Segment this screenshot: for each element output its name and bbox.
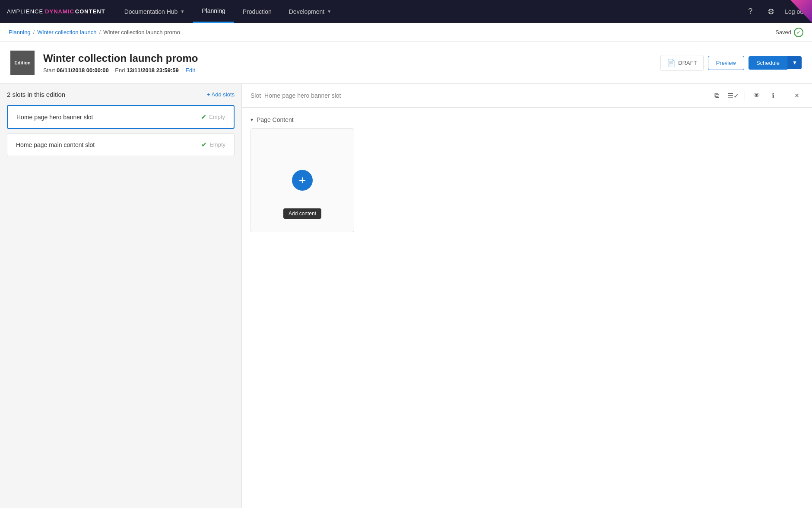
slot-check-icon-main: ✔ [201,141,207,149]
slot-name-main: Home page main content slot [16,141,95,148]
draft-icon: 📄 [667,59,676,67]
nav-tab-documentation-hub[interactable]: Documentation Hub ▼ [116,0,193,23]
nav-tab-documentation-hub-dropdown-icon: ▼ [180,9,184,14]
nav-tab-planning[interactable]: Planning [193,0,234,23]
help-button[interactable]: ? [743,5,757,19]
info-button[interactable]: ℹ [767,89,780,102]
eye-button[interactable]: 👁 [750,89,763,102]
copy-button[interactable]: ⧉ [710,89,723,102]
start-date: 06/11/2018 00:00:00 [57,67,109,73]
panel-divider-2 [785,91,785,100]
edition-title: Winter collection launch promo [43,52,198,64]
brand-dynamic: DYNAMIC [45,8,74,15]
draft-label: DRAFT [678,60,697,66]
breadcrumb-bar: Planning / Winter collection launch / Wi… [0,23,812,42]
slot-label: Slot [251,92,261,99]
panel-actions: ⧉ ☰✓ 👁 ℹ × [710,89,803,102]
add-content-card[interactable]: + Add content [251,128,354,232]
settings-button[interactable]: ⚙ [764,5,778,19]
nav-right: ? ⚙ Log out [743,5,805,19]
slot-status-hero: ✔ Empty [201,113,225,121]
slot-status-main: ✔ Empty [201,141,225,149]
edition-right: 📄 DRAFT Preview Schedule ▼ [660,55,802,71]
end-date: 13/11/2018 23:59:59 [127,67,179,73]
slot-status-label-hero: Empty [209,114,225,120]
slot-content: ▾ Page Content + Add content [242,108,812,508]
saved-check-icon: ✓ [794,28,803,37]
nav-tab-planning-label: Planning [202,7,225,14]
brand-content: CONTENT [75,8,105,15]
nav-tab-development-label: Development [289,8,325,15]
panel-divider [745,91,745,100]
schedule-button[interactable]: Schedule [749,56,787,70]
slot-name-hero: Home page hero banner slot [16,114,93,121]
edition-info: Winter collection launch promo Start 06/… [43,52,198,73]
saved-indicator: Saved ✓ [775,28,803,37]
saved-label: Saved [775,29,791,35]
slot-panel-title: Slot Home page hero banner slot [251,92,343,99]
schedule-btn-group: Schedule ▼ [749,56,802,70]
top-nav: AMPLIENCE DYNAMIC CONTENT Documentation … [0,0,812,23]
slot-panel-name: Home page hero banner slot [264,92,341,99]
two-col-layout: 2 slots in this edition + Add slots Home… [0,84,812,508]
breadcrumb-planning[interactable]: Planning [9,29,31,35]
list-check-button[interactable]: ☰✓ [726,89,739,102]
close-button[interactable]: × [790,89,803,102]
left-panel: 2 slots in this edition + Add slots Home… [0,84,242,508]
nav-tab-development-dropdown-icon: ▼ [327,9,331,14]
right-panel-header: Slot Home page hero banner slot ⧉ ☰✓ 👁 ℹ… [242,84,812,108]
breadcrumb-current: Winter collection launch promo [103,29,180,35]
page-content-header[interactable]: ▾ Page Content [251,116,803,123]
slot-item-main-content[interactable]: Home page main content slot ✔ Empty [7,133,235,156]
nav-tabs: Documentation Hub ▼ Planning Production … [116,0,744,23]
slot-check-icon-hero: ✔ [201,113,206,121]
edition-dates: Start 06/11/2018 00:00:00 End 13/11/2018… [43,67,198,73]
edition-left: Edition Winter collection launch promo S… [10,51,198,75]
chevron-down-icon: ▾ [251,117,253,123]
nav-tab-production-label: Production [243,8,272,15]
add-content-plus-button[interactable]: + [292,170,313,191]
slots-count: 2 slots in this edition [7,91,65,98]
brand-amplience: AMPLIENCE [7,8,43,15]
end-label: End [115,67,125,73]
nav-tab-documentation-hub-label: Documentation Hub [124,8,178,15]
start-label: Start [43,67,55,73]
add-slots-link[interactable]: + Add slots [207,91,235,98]
edition-icon: Edition [10,51,35,75]
nav-tab-development[interactable]: Development ▼ [280,0,340,23]
breadcrumb-sep-2: / [99,29,101,35]
slot-status-label-main: Empty [209,141,225,148]
schedule-dropdown-button[interactable]: ▼ [787,56,802,69]
breadcrumb-winter-collection[interactable]: Winter collection launch [37,29,96,35]
preview-button[interactable]: Preview [708,56,744,70]
edition-header: Edition Winter collection launch promo S… [0,42,812,84]
edit-link[interactable]: Edit [185,67,195,73]
breadcrumb-sep-1: / [33,29,35,35]
page-content-section: ▾ Page Content + Add content [251,116,803,232]
nav-tab-production[interactable]: Production [234,0,280,23]
page-content-label: Page Content [257,116,294,123]
slots-header: 2 slots in this edition + Add slots [7,91,235,98]
brand-logo: AMPLIENCE DYNAMIC CONTENT [7,8,105,15]
add-content-tooltip: Add content [283,208,321,219]
breadcrumb: Planning / Winter collection launch / Wi… [9,29,180,35]
right-panel: Slot Home page hero banner slot ⧉ ☰✓ 👁 ℹ… [242,84,812,508]
draft-button[interactable]: 📄 DRAFT [660,55,703,71]
slot-item-hero-banner[interactable]: Home page hero banner slot ✔ Empty [7,105,235,129]
